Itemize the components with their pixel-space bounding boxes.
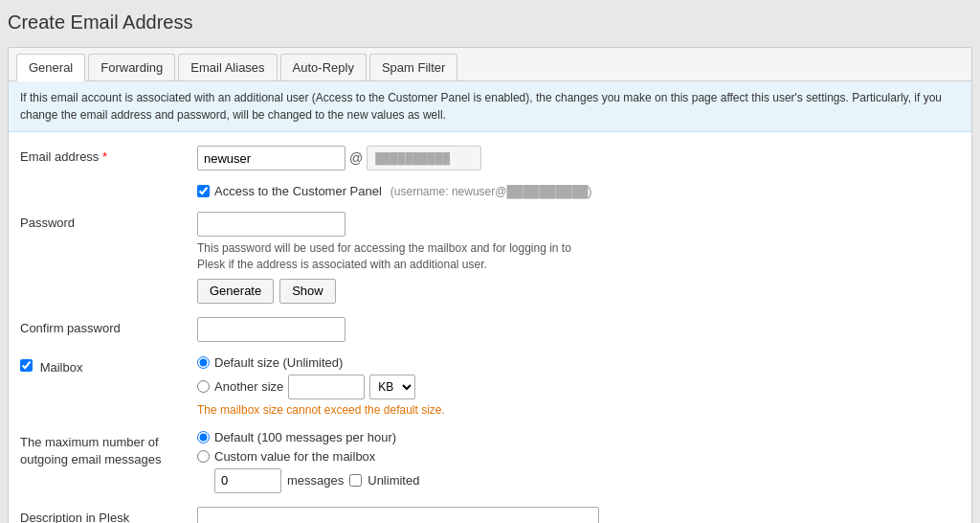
default-messages-radio[interactable] [197, 431, 210, 443]
tab-email-aliases[interactable]: Email Aliases [178, 54, 277, 80]
password-hint: This password will be used for accessing… [197, 240, 599, 273]
info-banner: If this email account is associated with… [9, 81, 971, 132]
form-area: Email address * @ ██████████ Access to t… [9, 132, 971, 523]
required-marker: * [102, 149, 107, 164]
password-btn-row: Generate Show [197, 279, 960, 304]
custom-value-label[interactable]: Custom value for the mailbox [214, 449, 375, 464]
description-label: Description in Plesk [20, 507, 197, 523]
default-size-option: Default size (Unlimited) [197, 355, 960, 370]
at-sign: @ [349, 150, 363, 166]
mailbox-row: Mailbox Default size (Unlimited) Another… [20, 355, 960, 417]
custom-value-option: Custom value for the mailbox [197, 449, 960, 464]
default-messages-label[interactable]: Default (100 messages per hour) [214, 430, 396, 444]
default-size-radio[interactable] [197, 356, 210, 369]
main-container: General Forwarding Email Aliases Auto-Re… [8, 47, 972, 523]
generate-button[interactable]: Generate [197, 279, 274, 304]
email-address-label: Email address * [20, 146, 197, 164]
username-hint: (username: newuser@██████████) [390, 185, 592, 198]
custom-messages-radio[interactable] [197, 450, 210, 463]
another-size-option: Another size KB MB GB [197, 375, 960, 399]
email-input-area: @ ██████████ [197, 146, 960, 171]
outgoing-label: The maximum number ofoutgoing email mess… [20, 430, 197, 468]
tab-general[interactable]: General [16, 54, 85, 81]
access-panel-row: Access to the Customer Panel (username: … [20, 184, 960, 198]
mailbox-label[interactable]: Mailbox [40, 360, 83, 375]
email-local-input[interactable] [197, 146, 345, 171]
messages-custom-row: messages Unlimited [197, 468, 960, 493]
access-panel-label[interactable]: Access to the Customer Panel [214, 184, 382, 198]
unlimited-label[interactable]: Unlimited [368, 473, 419, 488]
mailbox-control-area: Default size (Unlimited) Another size KB… [197, 355, 960, 417]
default-messages-option: Default (100 messages per hour) [197, 430, 960, 444]
password-label: Password [20, 212, 197, 230]
messages-label: messages [287, 473, 344, 488]
password-row: Password This password will be used for … [20, 212, 960, 304]
confirm-password-row: Confirm password [20, 317, 960, 342]
size-hint: The mailbox size cannot exceed the defau… [197, 403, 960, 417]
description-textarea[interactable] [197, 507, 599, 523]
outgoing-messages-row: The maximum number ofoutgoing email mess… [20, 430, 960, 493]
password-input[interactable] [197, 212, 345, 237]
password-control-area: This password will be used for accessing… [197, 212, 960, 304]
kb-input[interactable] [288, 375, 365, 399]
page-title: Create Email Address [8, 8, 972, 37]
tabs-bar: General Forwarding Email Aliases Auto-Re… [9, 48, 971, 81]
description-row: Description in Plesk The description is … [20, 507, 960, 523]
mailbox-checkbox[interactable] [20, 359, 33, 372]
confirm-password-input[interactable] [197, 317, 345, 342]
domain-display: ██████████ [367, 146, 481, 171]
tab-forwarding[interactable]: Forwarding [88, 54, 175, 80]
outgoing-control-area: Default (100 messages per hour) Custom v… [197, 430, 960, 493]
mailbox-label-area: Mailbox [20, 355, 197, 375]
tab-auto-reply[interactable]: Auto-Reply [280, 54, 367, 80]
confirm-password-label: Confirm password [20, 317, 197, 335]
tab-spam-filter[interactable]: Spam Filter [369, 54, 457, 80]
access-panel-checkbox[interactable] [197, 185, 210, 197]
default-size-label[interactable]: Default size (Unlimited) [214, 355, 343, 370]
messages-count-input[interactable] [214, 468, 281, 493]
kb-unit-select[interactable]: KB MB GB [369, 375, 415, 399]
confirm-password-control [197, 317, 960, 342]
email-address-row: Email address * @ ██████████ [20, 146, 960, 171]
show-button[interactable]: Show [279, 279, 336, 304]
another-size-radio[interactable] [197, 380, 210, 393]
description-control-area: The description is visible to everyone w… [197, 507, 960, 523]
another-size-label[interactable]: Another size [214, 379, 283, 394]
unlimited-checkbox[interactable] [349, 474, 362, 487]
